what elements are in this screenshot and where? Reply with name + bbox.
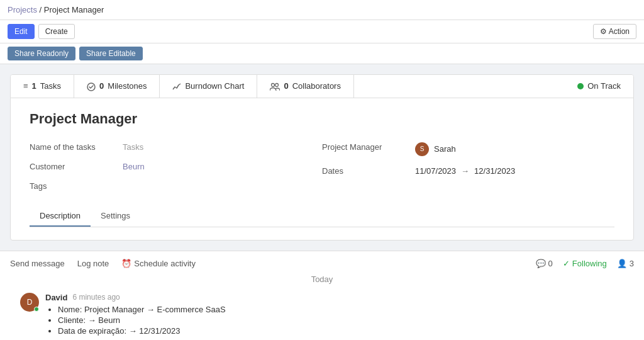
followers-number: 3 — [630, 259, 634, 268]
edit-button[interactable]: Edit — [8, 24, 35, 39]
tab-tasks[interactable]: ≡ 1 Tasks — [11, 75, 74, 98]
breadcrumb-separator: / — [40, 5, 44, 14]
message-header: David 6 minutes ago — [45, 293, 624, 302]
dates-field: Dates 11/07/2023 → 12/31/2023 — [322, 164, 614, 178]
log-note-label: Log note — [77, 259, 109, 268]
tab-milestones[interactable]: 0 Milestones — [74, 75, 160, 98]
toolbar: Edit Create ⚙ Action — [0, 20, 644, 43]
action-label: Action — [609, 27, 630, 36]
online-dot — [34, 307, 39, 312]
on-track-label: On Track — [587, 81, 621, 91]
share-bar: Share Readonly Share Editable — [0, 43, 644, 64]
today-label: Today — [10, 268, 634, 288]
action-button[interactable]: ⚙ Action — [593, 24, 636, 39]
svg-point-1 — [272, 83, 275, 86]
message-body: Nome: Project Manager → E-commerce SaaSC… — [45, 305, 624, 336]
date-end: 12/31/2023 — [474, 166, 515, 176]
svg-point-2 — [275, 83, 279, 86]
replies-count: 💬 0 — [536, 259, 553, 268]
tasks-count: 1 — [32, 81, 36, 91]
customer-field: Customer Beurn — [30, 159, 322, 174]
message-time: 6 minutes ago — [72, 293, 119, 302]
on-track-indicator: On Track — [565, 75, 633, 98]
list-item: Data de expiração: → 12/31/2023 — [58, 326, 624, 336]
left-fields: Name of the tasks Tasks Customer Beurn T… — [30, 140, 322, 193]
on-track-dot — [577, 83, 584, 89]
name-of-tasks-value: Tasks — [123, 142, 143, 152]
project-manager-field: Project Manager S Sarah — [322, 140, 614, 159]
collaborators-label: Collaborators — [292, 81, 341, 91]
schedule-activity-label: Schedule activity — [134, 259, 196, 268]
message-log: D David 6 minutes ago Nome: Project Mana… — [10, 288, 634, 340]
name-of-tasks-label: Name of the tasks — [30, 142, 118, 152]
project-fields: Name of the tasks Tasks Customer Beurn T… — [30, 140, 614, 193]
main-content: ≡ 1 Tasks 0 Milestones — [0, 64, 644, 251]
dates-label: Dates — [322, 166, 410, 176]
project-card: ≡ 1 Tasks 0 Milestones — [10, 74, 634, 241]
following-label: Following — [572, 259, 607, 268]
right-fields: Project Manager S Sarah Dates 11/07/2023… — [322, 140, 614, 193]
collaborators-icon — [270, 81, 280, 91]
action-button-container: ⚙ Action — [593, 24, 636, 39]
milestones-count: 0 — [99, 81, 104, 91]
project-manager-value: S Sarah — [415, 142, 456, 156]
date-start: 11/07/2023 — [415, 166, 456, 176]
log-note-button[interactable]: Log note — [77, 259, 109, 268]
replies-number: 0 — [548, 259, 553, 268]
tab-burndown[interactable]: Burndown Chart — [160, 75, 257, 98]
milestones-label: Milestones — [108, 81, 147, 91]
following-button[interactable]: ✓ Following — [563, 259, 607, 268]
burndown-label: Burndown Chart — [185, 81, 244, 91]
send-message-button[interactable]: Send message — [10, 259, 65, 268]
list-item: Cliente: → Beurn — [58, 315, 624, 325]
message-author: David — [45, 293, 67, 302]
date-range: 11/07/2023 → 12/31/2023 — [415, 166, 515, 176]
tasks-icon: ≡ — [23, 81, 28, 91]
tasks-label: Tasks — [40, 81, 61, 91]
share-readonly-button[interactable]: Share Readonly — [8, 47, 75, 60]
customer-label: Customer — [30, 162, 118, 171]
person-icon: 👤 — [617, 259, 627, 268]
message-right-actions: 💬 0 ✓ Following 👤 3 — [536, 259, 634, 268]
tab-settings[interactable]: Settings — [91, 206, 140, 227]
message-item: D David 6 minutes ago Nome: Project Mana… — [20, 293, 624, 337]
gear-icon: ⚙ — [600, 27, 607, 36]
burndown-icon — [172, 81, 181, 91]
breadcrumb-current: Project Manager — [44, 5, 104, 14]
project-body: Project Manager Name of the tasks Tasks … — [11, 98, 633, 240]
schedule-activity-button[interactable]: ⏰ Schedule activity — [121, 259, 196, 268]
inner-tabs: Description Settings — [30, 206, 614, 227]
message-avatar: D — [20, 293, 39, 312]
tab-description[interactable]: Description — [30, 206, 91, 227]
message-icon: 💬 — [536, 259, 546, 268]
avatar: S — [415, 142, 429, 156]
breadcrumb-bar: Projects / Project Manager — [0, 0, 644, 20]
followers-count: 👤 3 — [617, 259, 634, 268]
tags-label: Tags — [30, 181, 118, 191]
share-editable-button[interactable]: Share Editable — [79, 47, 143, 60]
message-actions: Send message Log note ⏰ Schedule activit… — [10, 259, 634, 268]
breadcrumb-parent[interactable]: Projects — [8, 5, 37, 14]
tab-collaborators[interactable]: 0 Collaborators — [257, 75, 354, 98]
send-message-label: Send message — [10, 259, 65, 268]
clock-icon: ⏰ — [121, 259, 131, 268]
bottom-section: Send message Log note ⏰ Schedule activit… — [0, 251, 644, 340]
list-item: Nome: Project Manager → E-commerce SaaS — [58, 305, 624, 314]
collaborators-count: 0 — [284, 81, 288, 91]
project-title: Project Manager — [30, 111, 614, 127]
project-manager-label: Project Manager — [322, 142, 410, 152]
breadcrumb: Projects / Project Manager — [8, 5, 104, 14]
activity-list: Nome: Project Manager → E-commerce SaaSC… — [58, 305, 624, 336]
tags-field: Tags — [30, 179, 322, 193]
milestones-icon — [87, 81, 96, 91]
date-arrow: → — [461, 166, 469, 176]
name-of-tasks-field: Name of the tasks Tasks — [30, 140, 322, 154]
create-button[interactable]: Create — [38, 24, 75, 39]
message-content: David 6 minutes ago Nome: Project Manage… — [45, 293, 624, 337]
check-icon: ✓ — [563, 259, 570, 268]
project-tabs: ≡ 1 Tasks 0 Milestones — [11, 75, 633, 98]
customer-value[interactable]: Beurn — [123, 162, 145, 171]
